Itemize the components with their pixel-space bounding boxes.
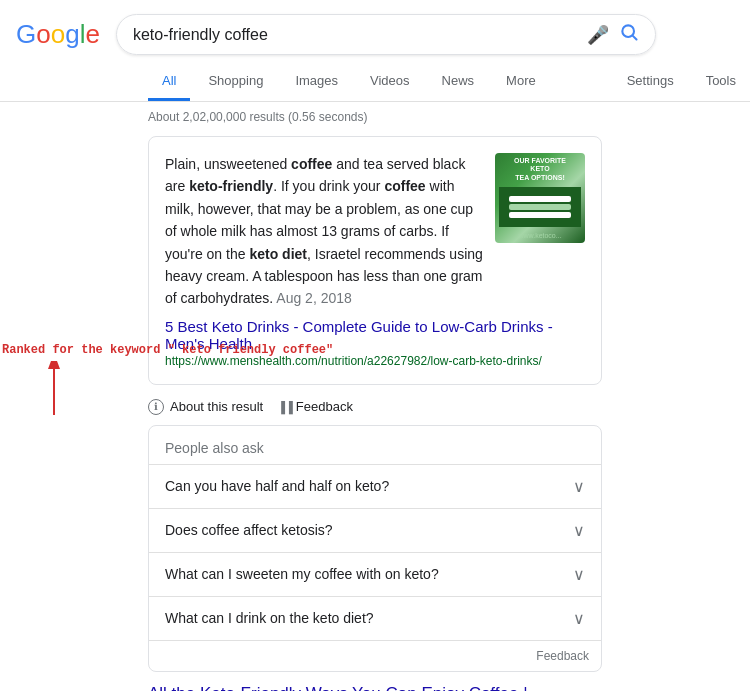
results-count-text: About 2,02,00,000 results (0.56 seconds) bbox=[148, 110, 367, 124]
image-url: www.ketoco... bbox=[499, 232, 581, 239]
about-info-icon[interactable]: ℹ bbox=[148, 399, 164, 415]
paa-feedback[interactable]: Feedback bbox=[149, 640, 601, 671]
first-result-date: Aug 2, 2018 bbox=[276, 290, 352, 306]
paa-chevron-1: ∨ bbox=[573, 477, 585, 496]
google-logo: Google bbox=[16, 19, 100, 50]
paa-title: People also ask bbox=[149, 426, 601, 464]
first-result-inner: Plain, unsweetened coffee and tea served… bbox=[165, 153, 585, 310]
paa-question-3: What can I sweeten my coffee with on ket… bbox=[165, 566, 439, 582]
tab-videos[interactable]: Videos bbox=[356, 63, 424, 101]
first-result-text: Plain, unsweetened coffee and tea served… bbox=[165, 153, 483, 310]
mic-icon[interactable]: 🎤 bbox=[587, 24, 609, 46]
rank-annotation: Ranked for the keyword " keto friendly c… bbox=[2, 343, 333, 357]
paa-feedback-text: Feedback bbox=[536, 649, 589, 663]
tab-images[interactable]: Images bbox=[281, 63, 352, 101]
about-row-wrapper: Ranked for the keyword " keto friendly c… bbox=[0, 393, 750, 421]
paa-chevron-3: ∨ bbox=[573, 565, 585, 584]
paa-item-3[interactable]: What can I sweeten my coffee with on ket… bbox=[149, 552, 601, 596]
search-bar: 🎤 bbox=[116, 14, 656, 55]
logo-o1: o bbox=[36, 19, 50, 50]
paa-question-1: Can you have half and half on keto? bbox=[165, 478, 389, 494]
results-count: About 2,02,00,000 results (0.56 seconds) bbox=[0, 102, 750, 132]
svg-line-1 bbox=[633, 36, 637, 40]
tab-shopping[interactable]: Shopping bbox=[194, 63, 277, 101]
search-icons: 🎤 bbox=[587, 22, 639, 47]
paa-item-4[interactable]: What can I drink on the keto diet? ∨ bbox=[149, 596, 601, 640]
search-input[interactable] bbox=[133, 26, 579, 44]
second-result-title[interactable]: All the Keto-Friendly Ways You Can Enjoy… bbox=[148, 684, 602, 691]
nav-tabs: All Shopping Images Videos News More Set… bbox=[0, 55, 750, 102]
search-button[interactable] bbox=[619, 22, 639, 47]
second-result: All the Keto-Friendly Ways You Can Enjoy… bbox=[148, 680, 602, 691]
paa-item-2[interactable]: Does coffee affect ketosis? ∨ bbox=[149, 508, 601, 552]
rank-arrow bbox=[44, 361, 104, 417]
header: Google 🎤 bbox=[0, 0, 750, 55]
tab-tools[interactable]: Tools bbox=[692, 63, 750, 101]
tab-news[interactable]: News bbox=[428, 63, 489, 101]
image-label: OUR FAVORITEKETOTEA OPTIONS! bbox=[499, 157, 581, 182]
about-row: Ranked for the keyword " keto friendly c… bbox=[0, 393, 750, 421]
feedback-link[interactable]: ▐▐ Feedback bbox=[277, 399, 353, 414]
paa-item-1[interactable]: Can you have half and half on keto? ∨ bbox=[149, 464, 601, 508]
tab-all[interactable]: All bbox=[148, 63, 190, 101]
feedback-text: Feedback bbox=[296, 399, 353, 414]
logo-e: e bbox=[85, 19, 99, 50]
paa-question-4: What can I drink on the keto diet? bbox=[165, 610, 374, 626]
paa-chevron-4: ∨ bbox=[573, 609, 585, 628]
tab-settings[interactable]: Settings bbox=[613, 63, 688, 101]
logo-g: G bbox=[16, 19, 36, 50]
nav-right: Settings Tools bbox=[613, 63, 750, 101]
people-also-ask-card: People also ask Can you have half and ha… bbox=[148, 425, 602, 672]
about-this-result[interactable]: About this result bbox=[170, 399, 263, 414]
paa-chevron-2: ∨ bbox=[573, 521, 585, 540]
feedback-bars-icon: ▐▐ bbox=[277, 401, 293, 413]
logo-o2: o bbox=[51, 19, 65, 50]
paa-question-2: Does coffee affect ketosis? bbox=[165, 522, 333, 538]
logo-g2: g bbox=[65, 19, 79, 50]
tab-more[interactable]: More bbox=[492, 63, 550, 101]
first-result-image: OUR FAVORITEKETOTEA OPTIONS! www.ketoco.… bbox=[495, 153, 585, 243]
